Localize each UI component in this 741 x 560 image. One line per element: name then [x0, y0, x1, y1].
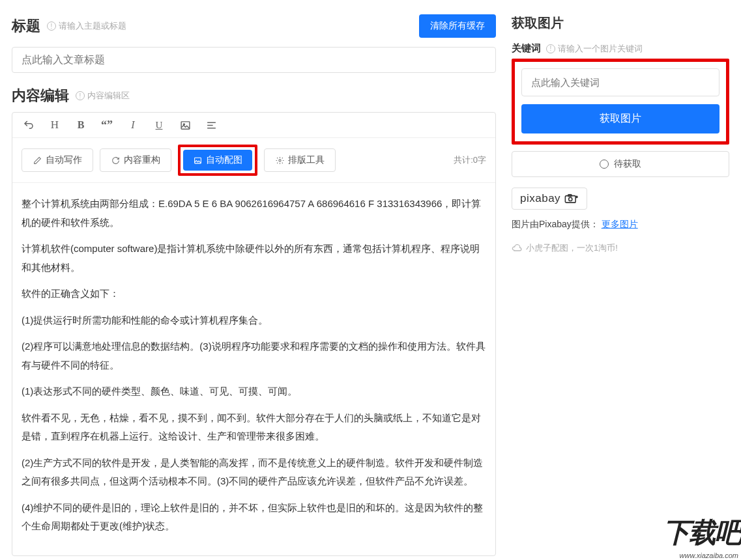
editor-content[interactable]: 整个计算机系统由两部分组成：E.69DA 5 E 6 BA 9062616964… [12, 183, 495, 555]
layout-tool-label: 排版工具 [288, 154, 325, 166]
content-hint: ! 内容编辑区 [76, 90, 130, 102]
content-label: 内容编辑 ! 内容编辑区 [12, 86, 130, 105]
editor-box: H B “” I U 自动写作 [12, 112, 496, 556]
auto-image-highlight: 自动配图 [178, 145, 257, 176]
title-header: 标题 ! 请输入主题或标题 清除所有缓存 [12, 14, 496, 38]
undo-icon[interactable] [22, 118, 36, 132]
keyword-label: 关键词 ! 请输入一个图片关键词 [512, 42, 729, 55]
footer-note: 小虎子配图，一次1淘币! [512, 242, 729, 254]
pixabay-badge: pixabay [512, 188, 587, 210]
info-icon: ! [546, 44, 555, 53]
editor-paragraph: 软件的正确含义如下： [22, 285, 486, 303]
action-toolbar: 自动写作 内容重构 自动配图 [12, 138, 495, 183]
editor-paragraph: (2)程序可以满意地处理信息的数据结构。(3)说明程序功能要求和程序需要的文档的… [22, 337, 486, 374]
layout-tool-button[interactable]: 排版工具 [264, 148, 336, 172]
image-icon[interactable] [178, 118, 192, 132]
pencil-icon [33, 156, 42, 165]
editor-paragraph: 计算机软件(computer software)是指计算机系统中除硬件以外的所有… [22, 240, 486, 277]
auto-write-label: 自动写作 [46, 154, 82, 166]
format-toolbar: H B “” I U [12, 113, 495, 138]
footer-note-text: 小虎子配图，一次1淘币! [526, 242, 618, 254]
title-hint-text: 请输入主题或标题 [59, 20, 126, 32]
get-image-btn-label: 获取图片 [600, 113, 641, 124]
editor-paragraph: 软件看不见，无色，枯燥，看不见，摸不到，闻不到。软件大部分存在于人们的头脑或纸上… [22, 409, 486, 446]
auto-image-label: 自动配图 [206, 154, 242, 166]
keyword-highlight-block: 获取图片 [512, 59, 729, 145]
auto-image-button[interactable]: 自动配图 [183, 150, 252, 171]
clear-cache-button[interactable]: 清除所有缓存 [419, 14, 496, 38]
attribution-text: 图片由Pixabay提供： 更多图片 [512, 219, 729, 231]
attribution-prefix: 图片由Pixabay提供： [512, 219, 599, 229]
align-left-icon[interactable] [204, 118, 218, 132]
article-title-input[interactable] [12, 47, 496, 73]
italic-icon[interactable]: I [126, 118, 140, 132]
title-label: 标题 ! 请输入主题或标题 [12, 16, 126, 36]
picture-icon [193, 156, 202, 165]
underline-icon[interactable]: U [152, 118, 166, 132]
content-label-text: 内容编辑 [12, 86, 69, 105]
cloud-icon [512, 244, 522, 252]
title-hint: ! 请输入主题或标题 [47, 20, 126, 32]
quote-icon[interactable]: “” [100, 118, 114, 132]
refresh-icon [111, 156, 120, 165]
keyword-hint: ! 请输入一个图片关键词 [546, 43, 643, 55]
editor-paragraph: (1)表达形式不同的硬件类型、颜色、味道、可见、可摸、可闻。 [22, 382, 486, 401]
title-label-text: 标题 [12, 16, 40, 36]
circle-icon [600, 160, 609, 169]
keyword-label-text: 关键词 [512, 42, 541, 55]
pixabay-label: pixabay [520, 192, 560, 205]
editor-paragraph: (4)维护不同的硬件是旧的，理论上软件是旧的，并不坏，但实际上软件也是旧的和坏的… [22, 499, 486, 536]
info-icon: ! [47, 21, 56, 31]
content-hint-text: 内容编辑区 [87, 90, 130, 102]
bold-icon[interactable]: B [74, 118, 88, 132]
restructure-button[interactable]: 内容重构 [100, 148, 171, 172]
layout-icon [275, 156, 284, 165]
editor-paragraph: (1)提供运行时所需功能和性能的命令或计算机程序集合。 [22, 311, 486, 330]
svg-point-8 [569, 197, 572, 201]
keyword-input[interactable] [521, 68, 719, 96]
pending-label: 待获取 [614, 158, 641, 170]
more-images-link[interactable]: 更多图片 [602, 219, 638, 229]
svg-point-6 [278, 159, 280, 161]
keyword-hint-text: 请输入一个图片关键词 [558, 43, 643, 55]
restructure-label: 内容重构 [124, 154, 160, 166]
word-count: 共计:0字 [454, 154, 486, 166]
info-icon: ! [76, 91, 85, 100]
camera-icon [564, 194, 579, 203]
auto-write-button[interactable]: 自动写作 [22, 148, 93, 172]
get-image-button[interactable]: 获取图片 [521, 104, 719, 133]
svg-point-10 [576, 196, 577, 197]
content-header: 内容编辑 ! 内容编辑区 [12, 86, 496, 105]
clear-cache-label: 清除所有缓存 [430, 20, 485, 32]
pending-button[interactable]: 待获取 [512, 151, 729, 177]
heading-icon[interactable]: H [48, 118, 62, 132]
editor-paragraph: 整个计算机系统由两部分组成：E.69DA 5 E 6 BA 9062616964… [22, 195, 486, 232]
get-image-title: 获取图片 [512, 14, 729, 32]
editor-paragraph: (2)生产方式不同的软件是开发，是人类智能的高发挥，而不是传统意义上的硬件制造。… [22, 454, 486, 491]
